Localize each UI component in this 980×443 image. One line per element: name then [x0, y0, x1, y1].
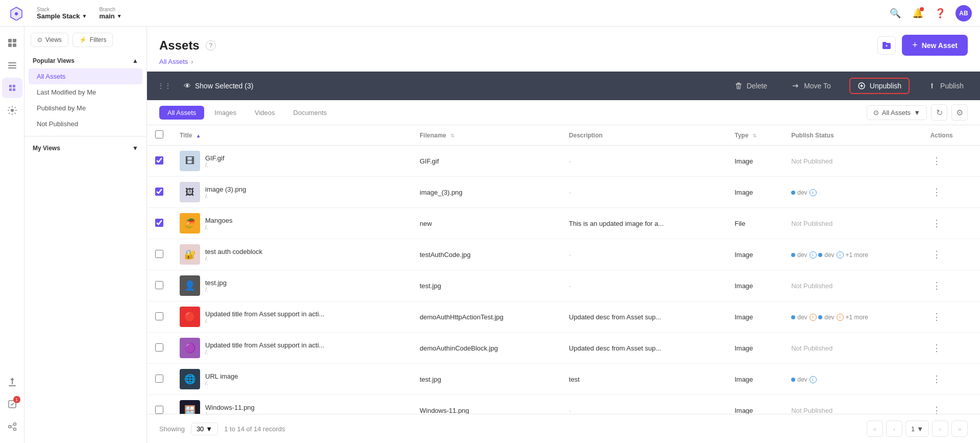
- row-actions-button[interactable]: ⋮: [930, 186, 943, 198]
- status-info-icon[interactable]: i: [810, 251, 817, 259]
- asset-type: Image: [726, 333, 783, 364]
- tab-all-assets[interactable]: All Assets: [159, 106, 204, 120]
- help-icon[interactable]: ❓: [933, 6, 947, 20]
- views-button[interactable]: ⊙ Views: [31, 33, 68, 47]
- chevron-down-icon: ▼: [206, 425, 212, 433]
- row-checkbox[interactable]: [155, 188, 163, 196]
- move-to-button[interactable]: Move To: [786, 79, 837, 93]
- asset-thumbnail: 🔴: [180, 307, 200, 327]
- app-logo[interactable]: [8, 5, 24, 21]
- asset-path: /.: [205, 380, 238, 386]
- header-checkbox-cell: [147, 125, 172, 146]
- header-publish-status: Publish Status: [783, 125, 922, 146]
- popular-views-header[interactable]: Popular Views ▲: [24, 53, 146, 68]
- help-button[interactable]: ?: [206, 40, 216, 51]
- search-icon[interactable]: 🔍: [888, 6, 902, 20]
- asset-description: Updated desc from Asset sup...: [561, 333, 727, 364]
- first-page-button[interactable]: «: [867, 421, 883, 437]
- status-info-icon[interactable]: !: [810, 314, 817, 321]
- sidebar-icon-settings[interactable]: [2, 100, 22, 121]
- topnav-right: 🔍 🔔 ❓ AB: [888, 5, 972, 21]
- asset-actions-cell: ⋮: [922, 395, 980, 414]
- plus-icon: +: [912, 40, 918, 51]
- prev-page-button[interactable]: ‹: [886, 421, 902, 437]
- header-filename[interactable]: Filename ⇅: [411, 125, 560, 146]
- asset-publish-status: dev i dev i +1 more: [783, 239, 922, 270]
- row-actions-button[interactable]: ⋮: [930, 311, 943, 323]
- sidebar-icon-assets[interactable]: [2, 78, 22, 98]
- row-actions-button[interactable]: ⋮: [930, 217, 943, 229]
- top-nav: Stack Sample Stack ▼ Branch main ▼ 🔍 🔔 ❓…: [0, 0, 980, 27]
- showing-label: Showing: [159, 425, 185, 433]
- row-checkbox[interactable]: [155, 219, 163, 227]
- asset-thumbnail: 🌐: [180, 369, 200, 389]
- asset-filename: demoAuthinCodeBlock.jpg: [411, 333, 560, 364]
- new-asset-button[interactable]: + New Asset: [902, 35, 968, 56]
- status-info-icon[interactable]: i: [837, 251, 844, 259]
- sidebar-icon-grid[interactable]: [2, 33, 22, 53]
- all-assets-dropdown[interactable]: ⊙ All Assets ▼: [867, 105, 927, 120]
- filters-button[interactable]: ⚡ Filters: [72, 33, 113, 47]
- delete-button[interactable]: Delete: [728, 79, 773, 93]
- nav-published-by-me[interactable]: Published by Me: [29, 100, 142, 116]
- my-views-header[interactable]: My Views ▼: [24, 141, 146, 156]
- table-row: 🥭Mangoes/.newThis is an updated image fo…: [147, 208, 980, 239]
- next-page-button[interactable]: ›: [932, 421, 948, 437]
- sidebar-icon-upload[interactable]: [2, 371, 22, 392]
- stack-selector[interactable]: Stack Sample Stack ▼: [37, 7, 87, 20]
- assets-header: Assets ? + New Asset: [147, 27, 980, 56]
- row-checkbox[interactable]: [155, 375, 163, 383]
- row-actions-button[interactable]: ⋮: [930, 404, 943, 414]
- settings-button[interactable]: ⚙: [951, 104, 968, 121]
- asset-publish-status: Not Published: [783, 395, 922, 414]
- asset-filename: test.jpg: [411, 270, 560, 301]
- drag-handle[interactable]: ⋮⋮: [157, 82, 172, 90]
- row-actions-button[interactable]: ⋮: [930, 155, 943, 167]
- nav-all-assets[interactable]: All Assets: [29, 68, 142, 84]
- select-all-checkbox[interactable]: [155, 130, 163, 138]
- svg-point-12: [13, 423, 16, 426]
- tab-documents[interactable]: Documents: [285, 106, 335, 120]
- row-checkbox[interactable]: [155, 312, 163, 320]
- asset-thumbnail: 🎞: [180, 151, 200, 171]
- row-checkbox[interactable]: [155, 406, 163, 414]
- page-size-select[interactable]: 30 ▼: [191, 423, 218, 435]
- publish-button[interactable]: Publish: [922, 79, 970, 93]
- tab-videos[interactable]: Videos: [247, 106, 283, 120]
- branch-selector[interactable]: Branch main ▼: [99, 7, 121, 20]
- row-checkbox[interactable]: [155, 343, 163, 352]
- folder-button[interactable]: [877, 36, 896, 55]
- asset-description: This is an updated image for a...: [561, 208, 727, 239]
- svg-point-13: [13, 428, 16, 431]
- last-page-button[interactable]: »: [951, 421, 968, 437]
- unpublish-button[interactable]: Unpublish: [849, 78, 910, 94]
- row-actions-button[interactable]: ⋮: [930, 342, 943, 354]
- chevron-down-icon: ▼: [914, 109, 920, 116]
- refresh-button[interactable]: ↻: [931, 104, 947, 121]
- page-chevron-icon: ▼: [917, 425, 923, 433]
- header-type[interactable]: Type ⇅: [726, 125, 783, 146]
- sidebar-icon-list[interactable]: [2, 55, 22, 76]
- notification-icon[interactable]: 🔔: [911, 6, 925, 20]
- status-info-icon[interactable]: i: [810, 376, 817, 383]
- current-page-button[interactable]: 1 ▼: [905, 421, 929, 437]
- sidebar-icon-connections[interactable]: [2, 416, 22, 437]
- row-actions-button[interactable]: ⋮: [930, 248, 943, 261]
- status-info-icon[interactable]: !: [837, 314, 844, 321]
- row-checkbox[interactable]: [155, 281, 163, 289]
- row-actions-button[interactable]: ⋮: [930, 279, 943, 292]
- asset-filename: new: [411, 208, 560, 239]
- nav-last-modified[interactable]: Last Modified by Me: [29, 84, 142, 100]
- nav-not-published[interactable]: Not Published: [29, 116, 142, 132]
- tab-images[interactable]: Images: [206, 106, 244, 120]
- asset-filename: testAuthCode.jpg: [411, 239, 560, 270]
- row-checkbox[interactable]: [155, 250, 163, 258]
- row-checkbox[interactable]: [155, 156, 163, 165]
- status-info-icon[interactable]: i: [810, 189, 817, 196]
- show-selected-button[interactable]: 👁 Show Selected (3): [184, 82, 253, 90]
- sidebar-icon-tasks[interactable]: 1: [2, 394, 22, 414]
- header-title[interactable]: Title ▲: [172, 125, 411, 146]
- row-actions-button[interactable]: ⋮: [930, 373, 943, 385]
- avatar[interactable]: AB: [955, 5, 972, 21]
- asset-filename: test.jpg: [411, 364, 560, 395]
